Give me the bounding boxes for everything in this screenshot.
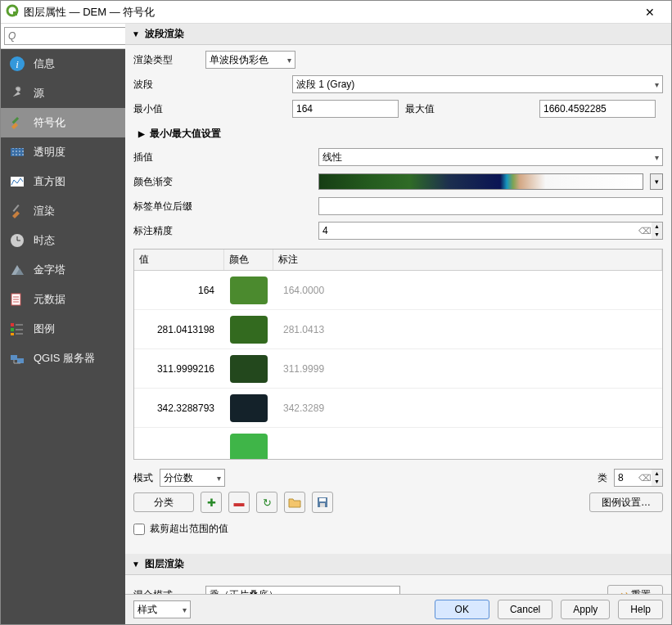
brush-icon	[9, 115, 25, 131]
color-swatch[interactable]	[230, 277, 268, 304]
section-title: 图层渲染	[145, 557, 184, 571]
clear-icon[interactable]: ⌫	[638, 473, 652, 483]
sidebar-item-label: 透明度	[34, 145, 65, 160]
spin-down[interactable]: ▼	[652, 478, 662, 486]
table-row[interactable]: 281.0413198281.0413	[134, 310, 662, 349]
clip-checkbox[interactable]	[133, 524, 145, 535]
svg-rect-8	[11, 148, 24, 156]
section-title: 波段渲染	[145, 27, 184, 41]
layer-properties-window: 图层属性 — DEM — 符号化 ✕ i 信息 源 符号化 透明度	[0, 0, 672, 625]
svg-rect-11	[13, 205, 20, 212]
color-ramp-dropdown[interactable]: ▾	[650, 173, 663, 190]
search-input[interactable]	[4, 27, 136, 45]
suffix-input[interactable]	[318, 197, 663, 215]
legend-icon	[9, 321, 25, 337]
sidebar-item-pyramids[interactable]: 金字塔	[1, 255, 125, 285]
wrench-icon	[9, 85, 25, 101]
close-button[interactable]: ✕	[634, 6, 666, 19]
mode-label: 模式	[133, 471, 153, 485]
render-type-select[interactable]: 单波段伪彩色	[205, 51, 295, 69]
class-value[interactable]: 164	[134, 285, 224, 296]
max-input[interactable]	[539, 100, 656, 118]
clear-icon[interactable]: ⌫	[638, 226, 652, 236]
sidebar-item-label: 渲染	[34, 204, 55, 218]
class-label[interactable]: 281.0413	[273, 324, 662, 335]
sidebar-item-metadata[interactable]: 元数据	[1, 285, 125, 314]
spin-up[interactable]: ▲	[652, 470, 662, 478]
open-file-button[interactable]	[284, 492, 305, 513]
blend-mode-select[interactable]: 乘（正片叠底）	[205, 586, 400, 594]
pyramid-icon	[9, 262, 25, 278]
table-row[interactable]	[134, 428, 662, 459]
sidebar-item-histogram[interactable]: 直方图	[1, 167, 125, 196]
min-label: 最小值	[133, 102, 199, 116]
reset-button[interactable]: ↩重置	[607, 585, 663, 594]
table-row[interactable]: 164164.0000	[134, 271, 662, 310]
clip-label: 裁剪超出范围的值	[150, 522, 228, 536]
legend-settings-button[interactable]: 图例设置…	[589, 492, 663, 512]
col-label-header: 标注	[273, 250, 662, 270]
layer-rendering-header[interactable]: ▼ 图层渲染	[125, 554, 671, 575]
histogram-icon	[9, 173, 25, 190]
sidebar-item-label: QGIS 服务器	[34, 351, 95, 366]
sidebar-item-symbology[interactable]: 符号化	[1, 108, 125, 137]
sidebar-search	[1, 24, 125, 49]
color-ramp-preview[interactable]	[318, 173, 643, 190]
class-value[interactable]: 281.0413198	[134, 324, 224, 335]
help-button[interactable]: Help	[618, 600, 663, 619]
svg-rect-32	[319, 498, 326, 501]
sidebar-item-temporal[interactable]: 时态	[1, 226, 125, 255]
color-class-rows[interactable]: 164164.0000281.0413198281.0413311.999921…	[134, 271, 662, 459]
precision-input[interactable]	[318, 222, 655, 240]
metadata-icon	[9, 291, 25, 308]
remove-class-button[interactable]: ▬	[228, 492, 250, 513]
classes-label: 类	[598, 471, 607, 485]
min-input[interactable]	[292, 100, 399, 118]
table-row[interactable]: 342.3288793342.3289	[134, 389, 662, 428]
sidebar-item-server[interactable]: QGIS 服务器	[1, 344, 125, 373]
interpolation-label: 插值	[133, 151, 199, 164]
save-button[interactable]	[312, 492, 333, 513]
class-value[interactable]: 311.9999216	[134, 363, 224, 375]
mode-select[interactable]: 分位数	[160, 469, 225, 487]
dialog-footer: 样式 OK Cancel Apply Help	[125, 594, 671, 624]
class-label[interactable]: 342.3289	[273, 402, 662, 414]
add-class-button[interactable]: ✚	[201, 492, 222, 513]
svg-rect-28	[17, 358, 24, 363]
cancel-button[interactable]: Cancel	[498, 600, 552, 619]
band-rendering-header[interactable]: ▼ 波段渲染	[125, 24, 671, 45]
titlebar: 图层属性 — DEM — 符号化 ✕	[1, 1, 671, 24]
ok-button[interactable]: OK	[435, 600, 489, 619]
sidebar-item-rendering[interactable]: 渲染	[1, 196, 125, 226]
suffix-label: 标签单位后缀	[133, 200, 215, 214]
class-value[interactable]: 342.3288793	[134, 402, 224, 414]
sidebar-item-source[interactable]: 源	[1, 79, 125, 108]
sidebar-item-transparency[interactable]: 透明度	[1, 137, 125, 167]
apply-button[interactable]: Apply	[561, 600, 610, 619]
expand-icon: ▶	[138, 129, 145, 138]
interpolation-select[interactable]: 线性	[318, 148, 663, 166]
color-swatch[interactable]	[230, 434, 268, 460]
color-swatch[interactable]	[230, 394, 268, 422]
sidebar-item-legend[interactable]: 图例	[1, 314, 125, 344]
reload-button[interactable]: ↻	[256, 492, 277, 513]
spin-down[interactable]: ▼	[652, 231, 662, 239]
class-label[interactable]: 164.0000	[273, 285, 662, 296]
svg-rect-33	[320, 503, 325, 507]
color-swatch[interactable]	[230, 316, 268, 344]
svg-rect-21	[11, 323, 14, 326]
style-menu[interactable]: 样式	[133, 600, 191, 618]
color-swatch[interactable]	[230, 355, 268, 383]
sidebar-item-information[interactable]: i 信息	[1, 49, 125, 79]
sidebar: i 信息 源 符号化 透明度 直方图 渲染	[1, 24, 125, 624]
window-title: 图层属性 — DEM — 符号化	[24, 5, 634, 20]
spin-up[interactable]: ▲	[652, 223, 662, 231]
class-label[interactable]: 311.9999	[273, 363, 662, 375]
band-select[interactable]: 波段 1 (Gray)	[292, 75, 663, 93]
minmax-settings-header[interactable]: ▶ 最小/最大值设置	[138, 127, 663, 141]
classify-button[interactable]: 分类	[133, 492, 194, 512]
paintbrush-icon	[9, 203, 25, 219]
table-row[interactable]: 311.9999216311.9999	[134, 349, 662, 389]
main-panel: ▼ 波段渲染 渲染类型 单波段伪彩色 波段 波段 1 (Gray) 最小值 最	[125, 24, 671, 624]
svg-rect-27	[11, 355, 17, 360]
